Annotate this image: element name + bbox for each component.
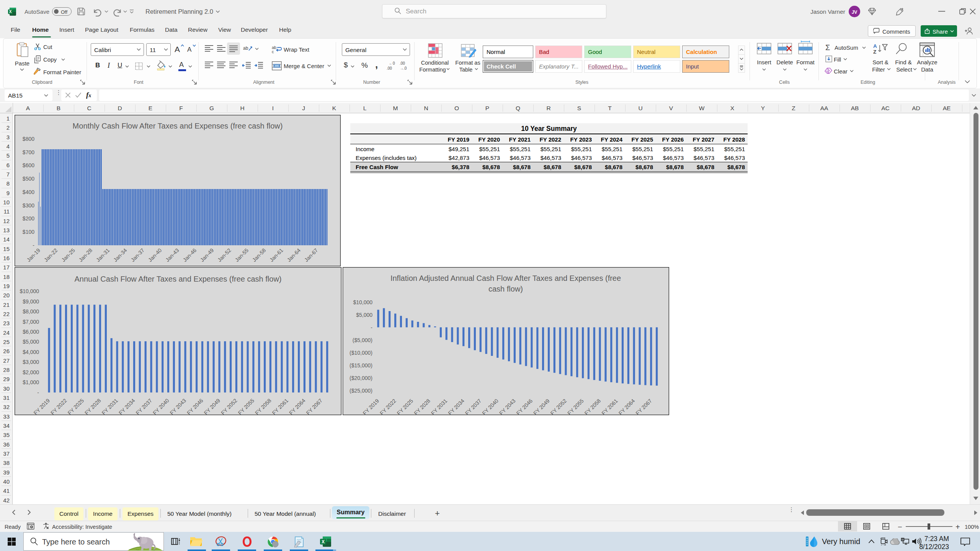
svg-text:$5,000: $5,000: [23, 339, 39, 345]
svg-text:$100: $100: [23, 229, 34, 235]
svg-text:$2,000: $2,000: [23, 369, 39, 375]
svg-text:←0: ←0: [389, 61, 395, 65]
svg-text:X: X: [322, 539, 325, 544]
svg-text:-: -: [33, 242, 34, 248]
svg-text:-: -: [37, 390, 39, 396]
svg-text:($20,000): ($20,000): [350, 375, 372, 381]
svg-text:$600: $600: [23, 162, 34, 168]
svg-text:Inflation Adjusted Annual Cash: Inflation Adjusted Annual Cash Flow Afte…: [390, 274, 621, 282]
svg-text:($5,000): ($5,000): [353, 337, 372, 343]
svg-text:$10,000: $10,000: [20, 288, 39, 294]
svg-text:Z: Z: [873, 49, 876, 54]
svg-text:Annual Cash Flow After Taxes a: Annual Cash Flow After Taxes and Expense…: [74, 275, 281, 283]
svg-text:$5,000: $5,000: [356, 312, 372, 318]
svg-text:($10,000): ($10,000): [350, 350, 372, 356]
svg-text:$1,000: $1,000: [23, 379, 39, 385]
svg-text:→.0: →.0: [400, 66, 407, 70]
svg-text:Monthly Cash Flow After Taxes: Monthly Cash Flow After Taxes and Expens…: [73, 122, 283, 130]
svg-text:.00: .00: [387, 66, 392, 70]
svg-text:$3,000: $3,000: [23, 359, 39, 365]
svg-text:$700: $700: [23, 149, 34, 155]
svg-text:$9,000: $9,000: [23, 298, 39, 305]
svg-text:$8,000: $8,000: [23, 308, 39, 315]
svg-text:$4,000: $4,000: [23, 349, 39, 355]
svg-text:$500: $500: [23, 176, 34, 182]
svg-text:$7,000: $7,000: [23, 319, 39, 325]
svg-text:($15,000): ($15,000): [350, 362, 372, 368]
svg-text:$10,000: $10,000: [353, 299, 372, 305]
svg-text:$6,000: $6,000: [23, 329, 39, 335]
svg-text:$200: $200: [23, 215, 34, 222]
svg-text:X: X: [9, 10, 12, 14]
svg-text:$800: $800: [23, 136, 34, 142]
svg-text:A: A: [873, 43, 877, 49]
svg-text:$300: $300: [23, 202, 34, 209]
svg-text:-: -: [371, 324, 372, 331]
svg-text:$400: $400: [23, 189, 34, 195]
svg-text:cash flow): cash flow): [488, 285, 523, 293]
svg-text:ab: ab: [243, 46, 248, 51]
svg-text:c: c: [272, 49, 274, 54]
svg-text:($25,000): ($25,000): [350, 388, 372, 394]
svg-text:.00: .00: [400, 61, 405, 65]
